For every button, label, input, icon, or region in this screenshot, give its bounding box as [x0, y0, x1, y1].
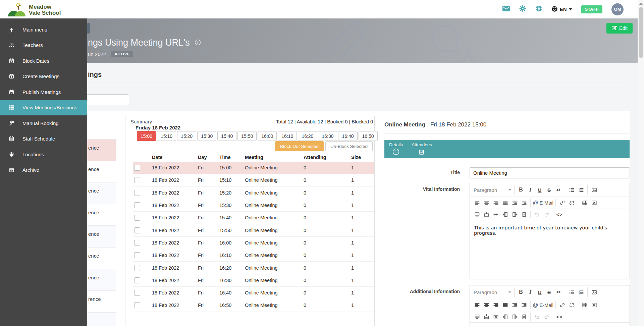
settings-gear-icon[interactable]	[519, 5, 526, 13]
row-checkbox[interactable]	[134, 202, 140, 208]
help-ring-icon[interactable]	[535, 5, 542, 13]
row-checkbox[interactable]	[134, 290, 140, 296]
align-right-button[interactable]	[491, 198, 500, 208]
code-view-button[interactable]: <>	[555, 210, 564, 219]
meeting-title-input[interactable]	[470, 167, 630, 178]
additional-information-text[interactable]	[470, 323, 630, 326]
row-insert-below-button[interactable]	[472, 312, 482, 322]
row-checkbox[interactable]	[134, 240, 140, 246]
table-row[interactable]: 18 Feb 2022Fri16:50Online Meeting01	[133, 299, 374, 312]
info-icon[interactable]	[195, 38, 201, 48]
redo-button[interactable]	[542, 210, 551, 219]
row-checkbox[interactable]	[134, 215, 140, 221]
table-row[interactable]: 18 Feb 2022Fri16:30Online Meeting01	[133, 274, 374, 287]
table-row[interactable]: 18 Feb 2022Fri15:40Online Meeting01	[133, 212, 374, 224]
row-insert-above-button[interactable]	[482, 312, 491, 322]
image-button[interactable]	[589, 287, 599, 297]
col-insert-right-button[interactable]	[510, 312, 519, 322]
indent-button[interactable]	[510, 198, 519, 208]
row-delete-button[interactable]	[491, 312, 500, 322]
outdent-button[interactable]	[519, 198, 529, 208]
blockquote-button[interactable]: “	[554, 183, 563, 197]
table-row[interactable]: 18 Feb 2022Fri15:10Online Meeting01	[133, 174, 374, 186]
tab-details[interactable]: Details	[389, 142, 403, 156]
edit-button[interactable]: Edit	[606, 23, 633, 34]
indent-button[interactable]	[510, 301, 519, 310]
strikethrough-button[interactable]: S	[544, 287, 554, 297]
time-slot-chip-16-20[interactable]: 16:20	[298, 131, 317, 141]
table-row[interactable]: 18 Feb 2022Fri15:30Online Meeting01	[133, 199, 374, 212]
row-checkbox[interactable]	[134, 265, 140, 271]
time-slot-chip-16-50[interactable]: 16:50	[359, 131, 378, 141]
col-insert-left-button[interactable]	[500, 312, 510, 322]
align-center-button[interactable]	[482, 301, 491, 310]
vital-information-text[interactable]: This is an important time of year to rev…	[470, 220, 630, 275]
blockquote-button[interactable]: “	[554, 285, 563, 299]
col-delete-button[interactable]	[519, 210, 529, 219]
page-scrollbar[interactable]	[638, 0, 644, 326]
row-checkbox[interactable]	[134, 190, 140, 196]
resize-handle[interactable]	[626, 275, 629, 278]
time-slot-chip-16-30[interactable]: 16:30	[318, 131, 337, 141]
row-checkbox[interactable]	[134, 165, 140, 171]
align-right-button[interactable]	[491, 301, 500, 310]
code-view-button[interactable]: <>	[555, 312, 564, 322]
language-selector[interactable]: EN	[551, 6, 572, 13]
ordered-list-button[interactable]: 123	[576, 287, 586, 297]
block-out-selected-button[interactable]: Block Out Selected	[275, 141, 324, 151]
underline-button[interactable]: U	[535, 185, 544, 195]
row-checkbox[interactable]	[134, 227, 140, 233]
bold-button[interactable]: B	[516, 185, 526, 195]
time-slot-chip-15-50[interactable]: 15:50	[237, 131, 257, 141]
row-insert-above-button[interactable]	[482, 210, 491, 219]
outdent-button[interactable]	[519, 301, 529, 310]
link-button[interactable]	[557, 198, 567, 208]
align-justify-button[interactable]	[500, 301, 510, 310]
row-delete-button[interactable]	[491, 210, 500, 219]
paragraph-style-dropdown[interactable]: Paragraph	[472, 289, 513, 295]
table-row[interactable]: 18 Feb 2022Fri16:10Online Meeting01	[133, 249, 374, 262]
time-slot-chip-15-20[interactable]: 15:20	[177, 131, 196, 141]
unordered-list-button[interactable]	[567, 287, 576, 297]
row-checkbox[interactable]	[134, 252, 140, 258]
image-button[interactable]	[589, 185, 599, 195]
delete-table-button[interactable]	[589, 198, 599, 208]
sidebar-item-manual-booking[interactable]: Manual Booking	[0, 115, 87, 131]
italic-button[interactable]: I	[526, 287, 535, 297]
time-slot-chip-16-10[interactable]: 16:10	[278, 131, 297, 141]
sidebar-item-publish-meetings[interactable]: Publish Meetings	[0, 84, 87, 100]
align-left-button[interactable]	[472, 198, 482, 208]
time-slot-chip-15-40[interactable]: 15:40	[217, 131, 236, 141]
email-button[interactable]: @E-Mail	[532, 301, 554, 310]
time-slot-chip-15-10[interactable]: 15:10	[157, 131, 176, 141]
insert-table-button[interactable]	[580, 198, 589, 208]
unblock-selected-button[interactable]: Un-Block Selected	[325, 141, 373, 151]
table-row[interactable]: 18 Feb 2022Fri15:50Online Meeting01	[133, 224, 374, 236]
scrollbar-up-arrow[interactable]	[639, 2, 643, 5]
insert-table-button[interactable]	[580, 301, 589, 310]
time-slot-chip-15-30[interactable]: 15:30	[197, 131, 216, 141]
table-row[interactable]: 18 Feb 2022Fri15:00Online Meeting01	[133, 162, 374, 174]
strikethrough-button[interactable]: S	[544, 185, 554, 195]
sidebar-item-create-meetings[interactable]: Create Meetings	[0, 69, 87, 85]
undo-button[interactable]	[532, 210, 542, 219]
sidebar-item-block-dates[interactable]: Block Dates	[0, 53, 87, 69]
unlink-button[interactable]	[567, 198, 576, 208]
undo-button[interactable]	[532, 312, 542, 322]
avatar[interactable]: OM	[611, 3, 624, 15]
paragraph-style-dropdown[interactable]: Paragraph	[472, 187, 513, 193]
ordered-list-button[interactable]: 123	[576, 185, 586, 195]
mail-icon[interactable]	[502, 5, 510, 13]
table-row[interactable]: 18 Feb 2022Fri16:00Online Meeting01	[133, 237, 374, 249]
col-insert-left-button[interactable]	[500, 210, 510, 219]
sidebar-item-teachers[interactable]: Teachers	[0, 38, 87, 53]
align-justify-button[interactable]	[500, 198, 510, 208]
time-slot-chip-15-00[interactable]: 15:00	[137, 131, 156, 141]
unordered-list-button[interactable]	[567, 185, 576, 195]
sidebar-item-archive[interactable]: Archive	[0, 162, 87, 178]
row-checkbox[interactable]	[134, 277, 140, 283]
align-center-button[interactable]	[482, 198, 491, 208]
sidebar-item-view-meetings-bookings[interactable]: View Meetings/Bookings	[0, 100, 87, 116]
link-button[interactable]	[557, 301, 567, 310]
email-button[interactable]: @E-Mail	[532, 198, 554, 208]
